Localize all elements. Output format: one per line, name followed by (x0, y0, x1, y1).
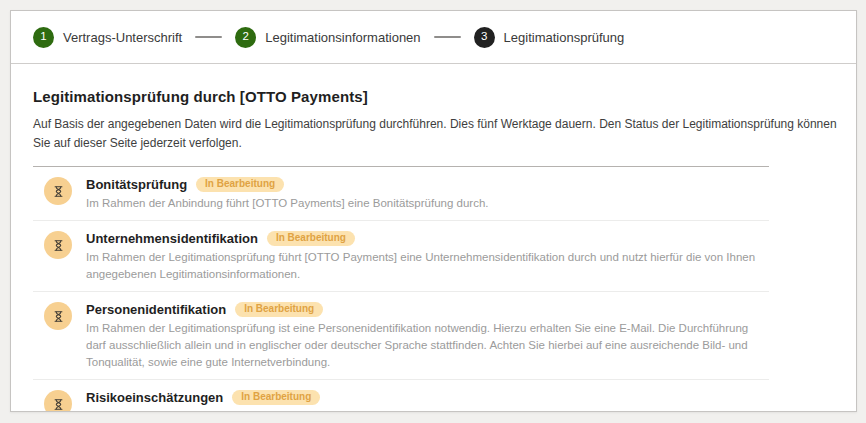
stepper: 1 Vertrags-Unterschrift 2 Legitimationsi… (11, 11, 856, 64)
step-connector (195, 36, 222, 38)
stepper-step[interactable]: 2 Legitimationsinformationen (235, 27, 420, 48)
step-label: Legitimationsinformationen (265, 30, 420, 45)
step-label: Legitimationsprüfung (504, 30, 625, 45)
item-title: Risikoeinschätzungen (86, 389, 223, 406)
step-number-badge: 3 (474, 27, 495, 48)
item-head: Risikoeinschätzungen In Bearbeitung (86, 389, 769, 406)
checklist-item: Risikoeinschätzungen In Bearbeitung Im R… (33, 379, 769, 412)
onboarding-card: 1 Vertrags-Unterschrift 2 Legitimationsi… (10, 10, 857, 412)
step-label: Vertrags-Unterschrift (63, 30, 182, 45)
checklist-item: Unternehmensidentifikation In Bearbeitun… (33, 220, 769, 291)
item-description: Im Rahmen der Anbindung führt [OTTO Paym… (86, 195, 769, 212)
page-title: Legitimationsprüfung durch [OTTO Payment… (33, 88, 844, 105)
item-description: Im Rahmen der Legitimationsprüfung nimmt… (86, 408, 769, 412)
item-body: Bonitätsprüfung In Bearbeitung Im Rahmen… (86, 175, 769, 212)
step-number: 3 (481, 31, 487, 43)
item-title: Unternehmensidentifikation (86, 230, 258, 247)
hourglass-icon (44, 177, 72, 205)
status-badge: In Bearbeitung (232, 390, 320, 405)
hourglass-icon (44, 231, 72, 259)
item-head: Bonitätsprüfung In Bearbeitung (86, 176, 769, 193)
item-body: Personenidentifikation In Bearbeitung Im… (86, 300, 769, 371)
stepper-step[interactable]: 1 Vertrags-Unterschrift (33, 27, 182, 48)
item-description: Im Rahmen der Legitimationsprüfung ist e… (86, 320, 769, 371)
stepper-step[interactable]: 3 Legitimationsprüfung (474, 27, 625, 48)
step-number: 2 (243, 31, 249, 43)
hourglass-icon (44, 302, 72, 330)
item-head: Unternehmensidentifikation In Bearbeitun… (86, 230, 769, 247)
item-title: Personenidentifikation (86, 301, 226, 318)
status-badge: In Bearbeitung (235, 302, 323, 317)
status-badge: In Bearbeitung (196, 177, 284, 192)
item-body: Unternehmensidentifikation In Bearbeitun… (86, 229, 769, 283)
checklist-item: Personenidentifikation In Bearbeitung Im… (33, 291, 769, 379)
step-number: 1 (40, 31, 46, 43)
step-number-badge: 2 (235, 27, 256, 48)
item-description: Im Rahmen der Legitimationsprüfung führt… (86, 249, 769, 283)
step-number-badge: 1 (33, 27, 54, 48)
hourglass-icon (44, 390, 72, 412)
checklist-item: Bonitätsprüfung In Bearbeitung Im Rahmen… (33, 167, 769, 220)
item-body: Risikoeinschätzungen In Bearbeitung Im R… (86, 388, 769, 412)
main-content: Legitimationsprüfung durch [OTTO Payment… (11, 64, 856, 412)
item-title: Bonitätsprüfung (86, 176, 187, 193)
status-badge: In Bearbeitung (267, 231, 355, 246)
status-checklist: Bonitätsprüfung In Bearbeitung Im Rahmen… (33, 166, 769, 412)
item-head: Personenidentifikation In Bearbeitung (86, 301, 769, 318)
intro-text: Auf Basis der angegebenen Daten wird die… (33, 115, 844, 153)
step-connector (434, 36, 461, 38)
